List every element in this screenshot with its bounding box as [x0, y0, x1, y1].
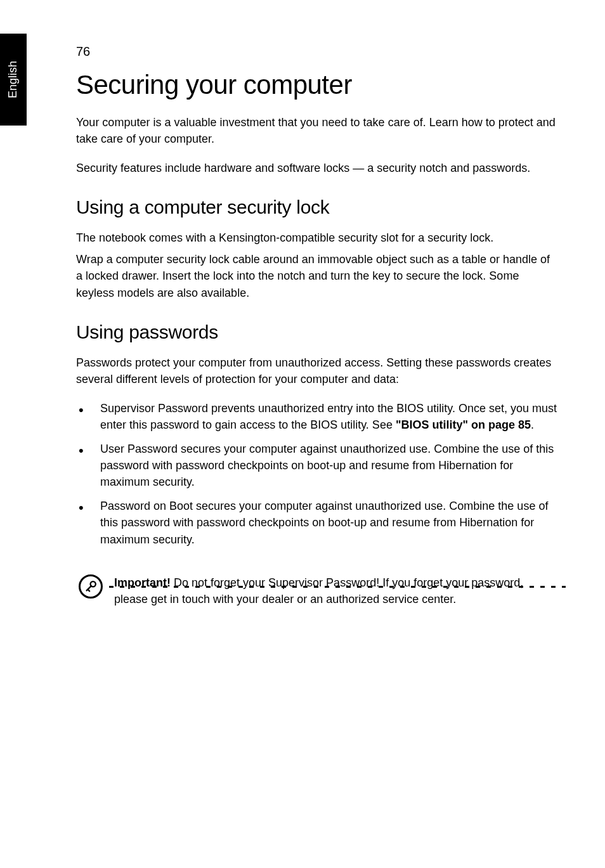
section-heading-security-lock: Using a computer security lock [76, 197, 558, 218]
password-bullet-list: Supervisor Password prevents unauthorize… [76, 400, 558, 548]
important-note-block: Important! Do not forget your Supervisor… [79, 574, 558, 607]
language-label: English [7, 61, 20, 98]
language-side-tab: English [0, 34, 27, 126]
bios-utility-link[interactable]: "BIOS utility" on page 85 [396, 418, 531, 431]
bullet-supervisor-password: Supervisor Password prevents unauthorize… [76, 400, 558, 433]
svg-line-2 [88, 589, 89, 591]
security-lock-para-2: Wrap a computer security lock cable arou… [76, 251, 558, 301]
security-lock-para-1: The notebook comes with a Kensington-com… [76, 230, 558, 246]
important-body: Do not forget your Supervisor Password! … [114, 576, 523, 606]
main-content: Securing your computer Your computer is … [76, 70, 558, 607]
important-icon [79, 574, 103, 599]
bullet-text-suffix: . [531, 418, 534, 431]
dotted-separator [109, 586, 566, 588]
passwords-intro: Passwords protect your computer from una… [76, 354, 558, 387]
intro-paragraph-1: Your computer is a valuable investment t… [76, 114, 558, 147]
key-icon [84, 580, 98, 593]
bullet-password-on-boot: Password on Boot secures your computer a… [76, 498, 558, 547]
section-heading-passwords: Using passwords [76, 321, 558, 343]
intro-paragraph-2: Security features include hardware and s… [76, 160, 558, 176]
important-note-text: Important! Do not forget your Supervisor… [114, 574, 558, 607]
bullet-user-password: User Password secures your computer agai… [76, 441, 558, 490]
page-title: Securing your computer [76, 70, 558, 100]
page-number: 76 [76, 44, 90, 59]
